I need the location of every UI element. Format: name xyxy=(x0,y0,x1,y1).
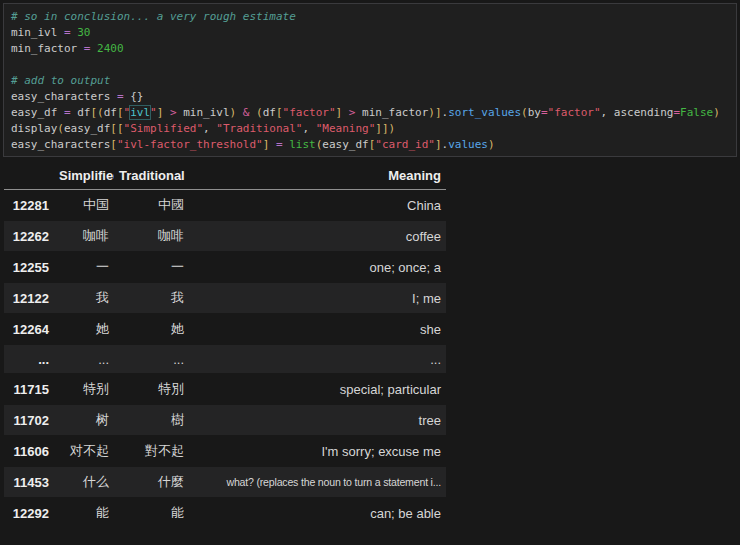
cell-traditional: 我 xyxy=(114,283,189,314)
cell-traditional: 什麼 xyxy=(114,467,189,498)
table-row: 12292能能can; be able xyxy=(4,498,446,529)
row-index: 12262 xyxy=(4,221,54,252)
code-token: # add to output xyxy=(11,74,110,87)
code-token: 30 xyxy=(77,26,90,39)
code-token: "Meaning" xyxy=(316,122,376,135)
cell-meaning: tree xyxy=(189,405,446,436)
cell-traditional: 中國 xyxy=(114,190,189,221)
code-token: # so in conclusion... a very rough estim… xyxy=(11,10,296,23)
code-token: "factor" xyxy=(548,106,601,119)
code-token: ] xyxy=(435,138,442,151)
cell-simplified: 她 xyxy=(54,314,114,345)
code-token: easy_characters xyxy=(11,90,117,103)
table-row: 12281中国中國China xyxy=(4,190,446,221)
row-index: 11453 xyxy=(4,467,54,498)
code-line: # add to output xyxy=(11,73,730,89)
code-token xyxy=(163,106,170,119)
cell-meaning: she xyxy=(189,314,446,345)
column-header-simplified: Simplified xyxy=(54,164,114,190)
code-token xyxy=(342,106,349,119)
cell-meaning: what? (replaces the noun to turn a state… xyxy=(189,467,446,498)
cell-meaning: can; be able xyxy=(189,498,446,529)
code-token: df xyxy=(104,106,117,119)
row-index: 12122 xyxy=(4,283,54,314)
code-token: , xyxy=(302,122,315,135)
code-token: , xyxy=(203,122,216,135)
cell-meaning: coffee xyxy=(189,221,446,252)
code-token: ivl xyxy=(130,106,150,119)
code-token: easy_df xyxy=(64,122,110,135)
code-token: = xyxy=(541,106,548,119)
code-token: = xyxy=(64,106,71,119)
cell-simplified: 一 xyxy=(54,252,114,283)
cell-simplified: 咖啡 xyxy=(54,221,114,252)
code-token: )] xyxy=(428,106,441,119)
table-row: 11715特别特別special; particular xyxy=(4,374,446,405)
table-row: ............ xyxy=(4,345,446,374)
cell-meaning: one; once; a xyxy=(189,252,446,283)
code-line xyxy=(11,57,730,73)
code-line: # so in conclusion... a very rough estim… xyxy=(11,9,730,25)
code-token: min_factor xyxy=(355,106,428,119)
code-token: " xyxy=(150,106,157,119)
row-index: 11702 xyxy=(4,405,54,436)
code-token: = xyxy=(117,90,124,103)
row-index: 12255 xyxy=(4,252,54,283)
code-token: {} xyxy=(130,90,143,103)
code-token: sort_values xyxy=(448,106,521,119)
code-token: min_factor xyxy=(11,42,84,55)
code-token: = xyxy=(64,26,71,39)
dataframe-table: SimplifiedTraditionalMeaning 12281中国中國Ch… xyxy=(4,164,446,529)
row-index: ... xyxy=(4,345,54,374)
table-row: 11453什么什麼what? (replaces the noun to tur… xyxy=(4,467,446,498)
code-token: easy_df xyxy=(11,106,64,119)
code-token: False xyxy=(680,106,713,119)
code-token: "Simplified" xyxy=(124,122,203,135)
cell-simplified: 对不起 xyxy=(54,436,114,467)
cell-meaning: I; me xyxy=(189,283,446,314)
code-token: ) xyxy=(488,138,495,151)
code-token: "card_id" xyxy=(375,138,435,151)
code-token: df xyxy=(71,106,91,119)
code-token: display xyxy=(11,122,57,135)
cell-traditional: 能 xyxy=(114,498,189,529)
code-token: 2400 xyxy=(97,42,124,55)
code-token: min_ivl xyxy=(177,106,230,119)
column-header-meaning: Meaning xyxy=(189,164,446,190)
cell-simplified: 能 xyxy=(54,498,114,529)
code-token xyxy=(236,106,243,119)
cell-traditional: 樹 xyxy=(114,405,189,436)
cell-traditional: 特別 xyxy=(114,374,189,405)
code-token: values xyxy=(448,138,488,151)
code-cell[interactable]: # so in conclusion... a very rough estim… xyxy=(3,3,737,157)
code-line: min_ivl = 30 xyxy=(11,25,730,41)
code-line: easy_characters = {} xyxy=(11,89,730,105)
code-token: [ xyxy=(276,106,283,119)
row-index: 11715 xyxy=(4,374,54,405)
code-token: ) xyxy=(713,106,720,119)
code-token: df xyxy=(263,106,276,119)
cell-simplified: 中国 xyxy=(54,190,114,221)
code-token: "Traditional" xyxy=(216,122,302,135)
code-token xyxy=(269,138,276,151)
cell-meaning: ... xyxy=(189,345,446,374)
cell-traditional: 對不起 xyxy=(114,436,189,467)
code-line: min_factor = 2400 xyxy=(11,41,730,57)
cell-meaning: special; particular xyxy=(189,374,446,405)
code-token: easy_df xyxy=(322,138,368,151)
code-line: easy_df = df[(df["ivl"] > min_ivl) & (df… xyxy=(11,105,730,121)
cell-traditional: 她 xyxy=(114,314,189,345)
cell-traditional: 咖啡 xyxy=(114,221,189,252)
table-row: 12264她她she xyxy=(4,314,446,345)
cell-traditional: ... xyxy=(114,345,189,374)
table-row: 12255一一one; once; a xyxy=(4,252,446,283)
code-token: [ xyxy=(110,138,117,151)
table-row: 11702树樹tree xyxy=(4,405,446,436)
cell-simplified: 特别 xyxy=(54,374,114,405)
table-row: 12122我我I; me xyxy=(4,283,446,314)
column-header-traditional: Traditional xyxy=(114,164,189,190)
code-token: "ivl-factor_threshold" xyxy=(117,138,263,151)
code-token: "factor" xyxy=(283,106,336,119)
cell-simplified: 我 xyxy=(54,283,114,314)
cell-traditional: 一 xyxy=(114,252,189,283)
